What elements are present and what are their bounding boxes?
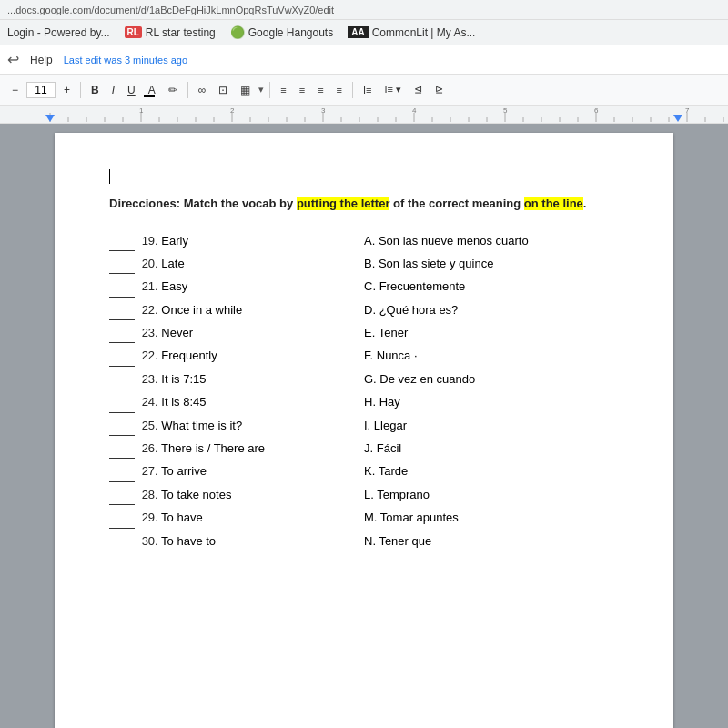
- table-row: 20. Late B. Son las siete y quince: [109, 252, 619, 275]
- left-cell: 30. To have to: [109, 530, 364, 552]
- document-page: Direcciones: Match the vocab by putting …: [55, 133, 673, 728]
- item-number: 22.: [142, 303, 158, 317]
- font-size-increase[interactable]: +: [59, 82, 75, 98]
- table-row: 29. To have M. Tomar apuntes: [109, 506, 619, 529]
- left-cell: 21. Easy: [109, 275, 364, 298]
- item-spanish: Frecuentemente: [379, 279, 466, 293]
- item-number: 24.: [142, 395, 158, 409]
- indent-dec-button[interactable]: ⊴: [410, 82, 427, 97]
- align-left-button[interactable]: ≡: [276, 83, 290, 97]
- highlight-line: on the line: [524, 197, 583, 210]
- item-english: Late: [161, 257, 184, 270]
- item-letter: D.: [364, 303, 376, 317]
- underline-button[interactable]: U: [123, 82, 140, 98]
- item-spanish: Tarde: [379, 464, 409, 478]
- item-letter: G.: [364, 372, 377, 386]
- pencil-icon-button[interactable]: ✏: [164, 82, 182, 98]
- left-cell: 19. Early: [109, 229, 364, 252]
- toolbar-divider-3: [269, 82, 270, 98]
- answer-blank: [109, 481, 135, 482]
- right-cell: M. Tomar apuntes: [364, 506, 619, 529]
- image-button[interactable]: ⊡: [214, 82, 232, 98]
- url-text: ...docs.google.com/document/d/1aBcDeFgHi…: [7, 5, 334, 15]
- last-edit-status: Last edit was 3 minutes ago: [64, 55, 187, 66]
- table-row: 25. What time is it? I. Llegar: [109, 414, 619, 437]
- font-color-button[interactable]: A: [144, 82, 160, 98]
- toolbar: − + B I U A ✏ ∞ ⊡ ▦ ▾ ≡ ≡ ≡ ≡ I≡ I≡ ▾ ⊴ …: [0, 75, 728, 106]
- item-english: What time is it?: [161, 419, 242, 432]
- hangouts-icon: 🟢: [230, 25, 245, 39]
- item-english: There is / There are: [161, 441, 265, 455]
- item-number: 27.: [142, 464, 158, 478]
- item-letter: H.: [364, 395, 376, 409]
- item-spanish: Nunca ·: [377, 349, 418, 362]
- font-size-input[interactable]: [26, 82, 56, 98]
- bookmark-commonlit[interactable]: AA CommonLit | My As...: [348, 26, 475, 39]
- indent-inc-button[interactable]: ⊵: [430, 82, 448, 97]
- url-bar[interactable]: ...docs.google.com/document/d/1aBcDeFgHi…: [0, 0, 728, 20]
- table-button[interactable]: ▦: [236, 82, 255, 98]
- item-spanish: Son las siete y quince: [379, 257, 493, 270]
- directions-bold-prefix: Direcciones: Match the vocab by putting …: [109, 197, 586, 210]
- answer-blank: [109, 366, 135, 367]
- item-spanish: Temprano: [377, 488, 430, 501]
- answer-blank: [109, 319, 135, 320]
- item-english: Early: [161, 234, 188, 248]
- item-english: Frequently: [161, 349, 217, 362]
- item-english: Easy: [161, 279, 187, 293]
- commonlit-icon: AA: [348, 26, 368, 38]
- link-button[interactable]: ∞: [194, 82, 211, 98]
- answer-blank: [109, 412, 135, 413]
- item-spanish: Tener que: [379, 534, 431, 548]
- document-area[interactable]: Direcciones: Match the vocab by putting …: [0, 124, 728, 728]
- highlight-letter: putting the letter: [297, 197, 390, 210]
- item-english: To have to: [161, 534, 216, 548]
- menu-help[interactable]: Help: [30, 54, 53, 66]
- italic-button[interactable]: I: [107, 82, 119, 98]
- item-number: 20.: [142, 257, 158, 270]
- image-dropdown[interactable]: ▾: [258, 84, 264, 96]
- right-cell: L. Temprano: [364, 483, 619, 506]
- right-cell: I. Llegar: [364, 414, 619, 437]
- right-cell: G. De vez en cuando: [364, 368, 619, 390]
- item-letter: N.: [364, 534, 376, 548]
- font-color-wrap[interactable]: A: [144, 82, 160, 98]
- answer-blank: [109, 297, 135, 298]
- item-letter: F.: [364, 349, 373, 362]
- item-number: 25.: [142, 419, 158, 432]
- list-button[interactable]: I≡ ▾: [379, 82, 406, 97]
- item-english: To take notes: [161, 488, 231, 501]
- left-cell: 26. There is / There are: [109, 437, 364, 460]
- item-english: Once in a while: [161, 303, 242, 317]
- ruler: [0, 106, 728, 124]
- left-cell: 24. It is 8:45: [109, 390, 364, 413]
- right-cell: K. Tarde: [364, 460, 619, 482]
- item-number: 21.: [142, 279, 158, 293]
- bookmark-rl-label: RL star testing: [146, 26, 216, 39]
- bookmark-hangouts[interactable]: 🟢 Google Hangouts: [230, 25, 333, 39]
- bookmark-commonlit-label: CommonLit | My As...: [372, 26, 476, 39]
- directions-paragraph: Direcciones: Match the vocab by putting …: [109, 195, 619, 213]
- bookmark-rl[interactable]: RL RL star testing: [125, 26, 216, 39]
- answer-blank: [109, 273, 135, 274]
- bold-button[interactable]: B: [86, 82, 104, 98]
- answer-blank: [109, 551, 135, 551]
- item-english: To arrive: [161, 464, 207, 478]
- align-center-button[interactable]: ≡: [295, 83, 309, 97]
- table-row: 28. To take notes L. Temprano: [109, 483, 619, 506]
- docs-back-icon[interactable]: ↩: [7, 51, 19, 68]
- table-row: 27. To arrive K. Tarde: [109, 460, 619, 482]
- bookmark-login[interactable]: Login - Powered by...: [7, 26, 110, 39]
- item-letter: K.: [364, 464, 375, 478]
- right-cell: F. Nunca ·: [364, 344, 619, 367]
- align-justify-button[interactable]: ≡: [332, 83, 347, 97]
- item-number: 26.: [142, 441, 158, 455]
- font-size-decrease[interactable]: −: [7, 82, 23, 98]
- line-spacing-button[interactable]: I≡: [359, 83, 376, 97]
- left-cell: 23. Never: [109, 321, 364, 344]
- vocab-table: 19. Early A. Son las nueve menos cuarto …: [109, 229, 619, 552]
- color-indicator: [144, 95, 155, 97]
- item-letter: C.: [364, 279, 376, 293]
- align-right-button[interactable]: ≡: [313, 83, 328, 97]
- table-row: 19. Early A. Son las nueve menos cuarto: [109, 229, 619, 252]
